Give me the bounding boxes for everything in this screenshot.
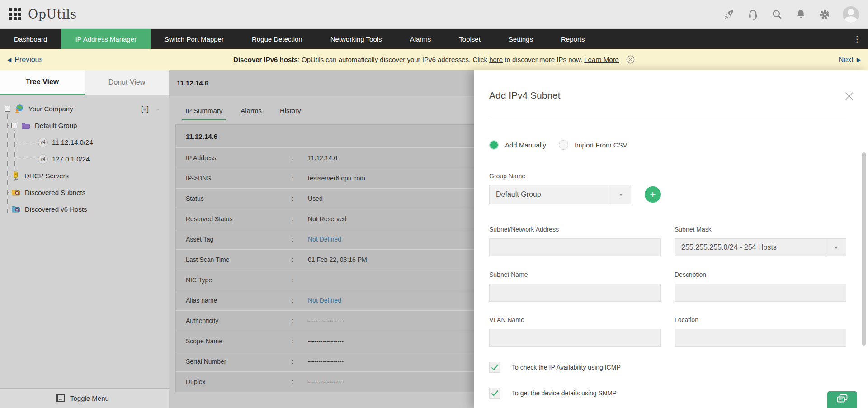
dialog-scrollbar-thumb[interactable] <box>862 152 866 346</box>
check-row-icmp: To check the IP Availability using ICMP <box>489 362 846 373</box>
checkbox-label[interactable]: To check the IP Availability using ICMP <box>512 364 621 371</box>
subnet-network-address-input[interactable] <box>489 238 661 256</box>
radio-add-manually[interactable] <box>489 140 499 150</box>
toggle-menu-icon: ← <box>56 394 65 402</box>
bell-icon[interactable] <box>795 9 807 20</box>
summary-value[interactable]: Not Defined <box>308 297 341 304</box>
kebab-menu-icon[interactable]: ⋮ <box>846 29 868 49</box>
nav-item-reports[interactable]: Reports <box>547 29 599 49</box>
banner-message: Discover IPv6 hosts: OpUtils can automat… <box>233 49 635 70</box>
group-name-select[interactable]: Default Group ▼ <box>489 185 631 204</box>
subnet-mask-select[interactable]: 255.255.255.0/24 - 254 Hosts▼ <box>675 238 846 256</box>
radio-add-manually-label[interactable]: Add Manually <box>505 141 546 149</box>
here-link[interactable]: here <box>489 56 503 63</box>
colon-separator <box>292 154 308 161</box>
tree-item-label: Discovered Subnets <box>25 189 85 196</box>
radio-import-from-csv-label[interactable]: Import From CSV <box>575 141 627 149</box>
summary-label: Authenticity <box>176 317 292 324</box>
chevron-down-icon: ▼ <box>826 239 846 256</box>
top-bar: OpUtils <box>0 0 868 29</box>
tree-item-127-0-1-0-24[interactable]: v4127.0.1.0/24 <box>0 151 169 167</box>
user-avatar[interactable] <box>843 6 859 23</box>
colon-separator <box>292 175 308 182</box>
main-nav: DashboardIP Address ManagerSwitch Port M… <box>0 29 868 49</box>
gear-icon[interactable] <box>819 9 830 20</box>
next-button[interactable]: Next ▶ <box>839 49 861 70</box>
ipv4-badge-icon: v4 <box>38 138 48 147</box>
collapse-expander-icon[interactable]: - <box>11 123 17 128</box>
colon-separator <box>292 297 308 304</box>
tree-item-label: Default Group <box>35 122 77 129</box>
field-label: Subnet/Network Address <box>489 226 661 233</box>
folder-purple-icon <box>21 122 30 129</box>
feedback-button[interactable] <box>827 391 857 408</box>
description-input[interactable] <box>675 284 846 302</box>
nav-item-settings[interactable]: Settings <box>495 29 547 49</box>
colon-separator <box>292 215 308 223</box>
learn-more-link[interactable]: Learn More <box>584 56 619 63</box>
field-vlan-name: VLAN Name <box>489 316 661 347</box>
nav-item-toolset[interactable]: Toolset <box>445 29 495 49</box>
field-label: Description <box>675 271 846 278</box>
collapse-all-control[interactable]: - <box>157 105 159 113</box>
rocket-icon[interactable] <box>723 9 735 20</box>
summary-value: testserver6.opu.com <box>308 175 365 182</box>
scan-option-checkboxes: To check the IP Availability using ICMPT… <box>489 362 846 399</box>
dialog-close-icon[interactable] <box>844 91 854 103</box>
summary-label: Asset Tag <box>176 236 292 243</box>
tab-donut-view[interactable]: Donut View <box>85 70 169 95</box>
checkbox-snmp[interactable] <box>489 388 500 399</box>
nav-item-switch-port-mapper[interactable]: Switch Port Mapper <box>151 29 238 49</box>
nav-item-rogue-detection[interactable]: Rogue Detection <box>238 29 316 49</box>
group-name-label: Group Name <box>489 172 846 180</box>
nav-items: DashboardIP Address ManagerSwitch Port M… <box>0 29 599 49</box>
search-icon[interactable] <box>771 9 783 20</box>
add-group-button[interactable]: + <box>645 186 661 203</box>
summary-value[interactable]: Not Defined <box>308 236 341 243</box>
vlan-name-input[interactable] <box>489 329 661 347</box>
nav-item-dashboard[interactable]: Dashboard <box>0 29 61 49</box>
summary-label: Last Scan Time <box>176 256 292 263</box>
chevron-down-icon: ▼ <box>611 185 631 204</box>
location-input[interactable] <box>675 329 846 347</box>
colon-separator <box>292 317 308 324</box>
radio-import-from-csv[interactable] <box>559 140 568 150</box>
toggle-menu-button[interactable]: ← Toggle Menu <box>0 388 169 408</box>
tree-item-discovered-subnets[interactable]: Discovered Subnets <box>0 184 169 201</box>
summary-label: IP->DNS <box>176 175 292 182</box>
tab-alarms[interactable]: Alarms <box>241 96 262 124</box>
checkbox-label[interactable]: To get the device details using SNMP <box>512 389 617 397</box>
subnet-tree: -Your Company[+]--Default Groupv411.12.1… <box>0 95 169 388</box>
tree-item-dhcp-servers[interactable]: DHCP Servers <box>0 167 169 184</box>
tab-tree-view[interactable]: Tree View <box>0 70 85 95</box>
folder-search-yellow-icon <box>11 189 20 196</box>
summary-value: 01 Feb 22, 03:16 PM <box>308 256 367 263</box>
apps-grid-icon[interactable] <box>9 8 21 20</box>
nav-item-alarms[interactable]: Alarms <box>396 29 445 49</box>
check-row-snmp: To get the device details using SNMP <box>489 388 846 399</box>
nav-item-networking-tools[interactable]: Networking Tools <box>316 29 396 49</box>
headset-icon[interactable] <box>747 9 759 20</box>
tab-history[interactable]: History <box>280 96 301 124</box>
tree-item-your-company[interactable]: -Your Company[+]- <box>0 100 169 117</box>
page: { "topbar": { "app_name": "OpUtils", "ic… <box>0 0 868 408</box>
checkbox-icmp[interactable] <box>489 362 500 373</box>
field-label: Location <box>675 316 846 323</box>
server-yellow-icon <box>11 171 20 180</box>
collapse-expander-icon[interactable]: - <box>5 106 10 112</box>
topbar-icons <box>723 6 859 23</box>
previous-button[interactable]: ◀ Previous <box>7 49 42 70</box>
tab-ip-summary[interactable]: IP Summary <box>185 96 222 124</box>
tree-item-default-group[interactable]: -Default Group <box>0 117 169 134</box>
expand-all-control[interactable]: [+] <box>141 105 149 113</box>
banner-close-icon[interactable] <box>626 55 635 64</box>
subnet-name-input[interactable] <box>489 284 661 302</box>
tree-item-label: 127.0.1.0/24 <box>52 155 90 163</box>
sidebar-tabs: Tree View Donut View <box>0 70 169 95</box>
nav-item-ip-address-manager[interactable]: IP Address Manager <box>61 29 151 49</box>
next-arrow-icon: ▶ <box>857 57 861 63</box>
colon-separator <box>292 337 308 345</box>
tree-item-discovered-v6-hosts[interactable]: Discovered v6 Hosts <box>0 201 169 218</box>
ipv6-discovery-banner: ◀ Previous Discover IPv6 hosts: OpUtils … <box>0 49 868 70</box>
tree-item-11-12-14-0-24[interactable]: v411.12.14.0/24 <box>0 134 169 151</box>
